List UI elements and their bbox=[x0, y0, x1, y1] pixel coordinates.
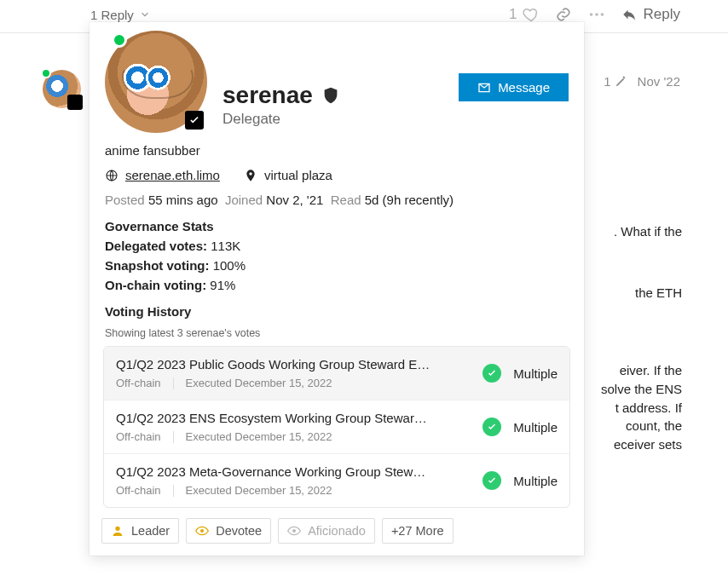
badge-label: Devotee bbox=[216, 524, 262, 538]
check-circle-icon bbox=[482, 364, 501, 383]
edit-history-button[interactable]: 1 bbox=[604, 74, 627, 89]
divider bbox=[173, 485, 174, 497]
vote-list: Q1/Q2 2023 Public Goods Working Group St… bbox=[103, 346, 570, 508]
vote-status: Executed December 15, 2022 bbox=[186, 430, 332, 443]
vote-type: Multiple bbox=[513, 420, 558, 435]
location-pin-icon bbox=[244, 169, 257, 182]
profile-role: Delegate bbox=[222, 111, 569, 128]
badge-leader[interactable]: Leader bbox=[101, 518, 179, 544]
like-count: 1 bbox=[509, 6, 517, 23]
vote-status: Executed December 15, 2022 bbox=[186, 484, 332, 497]
badge-devotee[interactable]: Devotee bbox=[186, 518, 271, 544]
svg-point-4 bbox=[249, 172, 251, 175]
badge-label: Leader bbox=[131, 524, 170, 538]
history-heading: Voting History bbox=[105, 304, 569, 319]
link-icon bbox=[555, 6, 572, 23]
check-circle-icon bbox=[482, 418, 501, 436]
profile-location: virtual plaza bbox=[264, 168, 332, 182]
svg-point-5 bbox=[200, 529, 204, 533]
stat-delegated: Delegated votes: 113K bbox=[105, 239, 569, 253]
eye-icon bbox=[287, 524, 301, 538]
profile-bio: anime fansubber bbox=[105, 143, 569, 158]
svg-point-1 bbox=[595, 13, 598, 16]
more-button[interactable] bbox=[587, 5, 606, 24]
heart-icon bbox=[523, 6, 540, 23]
chevron-down-icon bbox=[139, 9, 151, 20]
badge-more[interactable]: +27 More bbox=[382, 518, 454, 544]
verified-badge-icon bbox=[185, 111, 204, 130]
globe-icon bbox=[105, 169, 118, 182]
joined-value: Nov 2, '21 bbox=[266, 193, 323, 207]
divider bbox=[173, 431, 174, 443]
posted-label: Posted bbox=[105, 193, 145, 207]
presence-indicator-icon bbox=[41, 68, 51, 78]
profile-website-link[interactable]: serenae.eth.limo bbox=[125, 168, 220, 182]
badge-aficionado[interactable]: Aficionado bbox=[278, 518, 375, 544]
vote-type: Multiple bbox=[513, 474, 558, 488]
badge-label: Aficionado bbox=[308, 524, 366, 538]
read-value: 5d (9h recently) bbox=[365, 193, 454, 207]
vote-chain: Off-chain bbox=[116, 377, 161, 389]
post-date[interactable]: Nov '22 bbox=[638, 74, 680, 89]
eye-icon bbox=[195, 524, 209, 538]
vote-chain: Off-chain bbox=[116, 484, 161, 497]
verified-badge-icon bbox=[70, 97, 80, 107]
replies-toggle[interactable]: 1 Reply bbox=[90, 8, 151, 22]
vote-row[interactable]: Q1/Q2 2023 Meta-Governance Working Group… bbox=[104, 453, 569, 507]
vote-row[interactable]: Q1/Q2 2023 ENS Ecosystem Working Group S… bbox=[104, 400, 569, 453]
svg-point-0 bbox=[589, 13, 592, 16]
reply-label: Reply bbox=[644, 6, 680, 23]
vote-title: Q1/Q2 2023 Meta-Governance Working Group… bbox=[116, 464, 431, 479]
check-circle-icon bbox=[482, 471, 501, 490]
svg-point-6 bbox=[292, 529, 296, 533]
svg-point-2 bbox=[600, 13, 604, 16]
vote-type: Multiple bbox=[513, 366, 558, 381]
profile-avatar[interactable] bbox=[105, 31, 207, 133]
shield-icon bbox=[321, 86, 340, 105]
user-profile-card: serenae Delegate Message anime fansubber… bbox=[90, 22, 584, 556]
post-author-avatar[interactable] bbox=[43, 70, 81, 108]
posted-value: 55 mins ago bbox=[148, 193, 218, 207]
user-icon bbox=[111, 524, 124, 538]
presence-indicator-icon bbox=[112, 32, 127, 48]
votes-hint: Showing latest 3 serenae's votes bbox=[105, 327, 569, 339]
replies-label: 1 Reply bbox=[90, 8, 134, 22]
message-label: Message bbox=[498, 80, 550, 95]
share-link-button[interactable] bbox=[555, 6, 572, 23]
governance-heading: Governance Stats bbox=[105, 219, 569, 233]
read-label: Read bbox=[331, 193, 361, 207]
stat-snapshot: Snapshot voting: 100% bbox=[105, 258, 569, 273]
profile-username[interactable]: serenae bbox=[222, 82, 313, 109]
vote-status: Executed December 15, 2022 bbox=[186, 377, 332, 389]
joined-label: Joined bbox=[225, 193, 263, 207]
like-button[interactable]: 1 bbox=[509, 6, 539, 23]
reply-button[interactable]: Reply bbox=[621, 6, 680, 23]
edit-count: 1 bbox=[604, 74, 610, 89]
badge-label: +27 More bbox=[391, 524, 444, 538]
vote-title: Q1/Q2 2023 ENS Ecosystem Working Group S… bbox=[116, 411, 431, 425]
envelope-icon bbox=[477, 81, 491, 95]
message-button[interactable]: Message bbox=[459, 73, 569, 101]
vote-title: Q1/Q2 2023 Public Goods Working Group St… bbox=[116, 357, 431, 372]
ellipsis-icon bbox=[587, 5, 606, 24]
pencil-icon bbox=[615, 75, 627, 88]
reply-icon bbox=[621, 7, 637, 22]
stat-onchain: On-chain voting: 91% bbox=[105, 278, 569, 292]
vote-chain: Off-chain bbox=[116, 430, 161, 443]
divider bbox=[173, 377, 174, 389]
vote-row[interactable]: Q1/Q2 2023 Public Goods Working Group St… bbox=[104, 347, 569, 400]
